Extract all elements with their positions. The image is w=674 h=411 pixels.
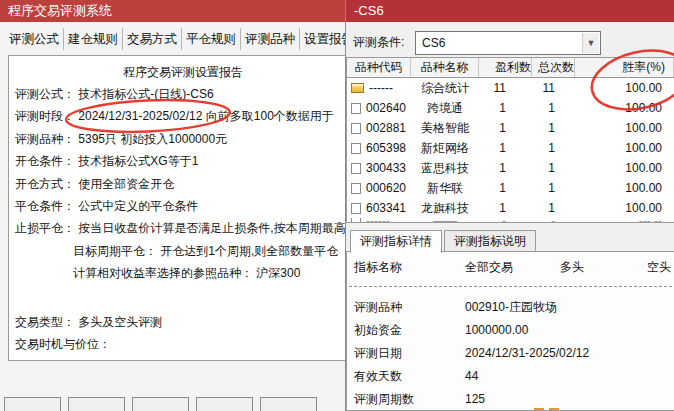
report-line-stoploss: 止损平仓： 按当日收盘价计算是否满足止损条件,按本周期最高价 bbox=[9, 217, 369, 239]
cell-total: 1 bbox=[532, 198, 575, 218]
detail-row-symbol: 评测品种 002910-庄园牧场 bbox=[347, 296, 674, 319]
cell-code: 002640 bbox=[366, 98, 406, 118]
bottom-button-3[interactable] bbox=[132, 397, 189, 411]
cell-code: 300433 bbox=[366, 158, 406, 178]
cell-total: 1 bbox=[532, 98, 575, 118]
cell-profit: 1 bbox=[479, 158, 532, 178]
stock-page-icon bbox=[351, 143, 361, 154]
cell-profit: 1 bbox=[479, 198, 532, 218]
tab-eval-formula[interactable]: 评测公式 bbox=[5, 28, 64, 50]
left-window-title: 程序交易评测系统 bbox=[8, 3, 112, 18]
col-header-code[interactable]: 品种代码 bbox=[347, 58, 411, 77]
left-window: 程序交易评测系统 评测公式 建仓规则 交易方式 平仓规则 评测品种 设置报告 程… bbox=[0, 0, 348, 411]
cell-total: 1 bbox=[532, 158, 575, 178]
col-header-winrate[interactable]: 胜率(%) bbox=[575, 58, 674, 77]
bottom-button-row bbox=[4, 397, 317, 411]
tab-eval-symbols[interactable]: 评测品种 bbox=[241, 28, 300, 50]
table-row-002881[interactable]: 002881 美格智能 1 1 100.00 bbox=[347, 118, 674, 138]
detail-col-indicator: 指标名称 bbox=[354, 259, 465, 275]
report-title: 程序交易评测设置报告 bbox=[9, 61, 357, 83]
cell-code: ------ bbox=[369, 78, 393, 98]
cell-winrate: 100.00 bbox=[575, 138, 674, 158]
dashed-divider bbox=[349, 286, 672, 287]
cell-name: 新华联 bbox=[411, 178, 479, 198]
cell-name: 新炬网络 bbox=[411, 138, 479, 158]
cell-winrate: 100.00 bbox=[575, 98, 674, 118]
cell-profit: 11 bbox=[479, 78, 532, 98]
table-row-605398[interactable]: 605398 新炬网络 1 1 100.00 bbox=[347, 138, 674, 158]
condition-value: CS6 bbox=[416, 36, 445, 50]
cell-profit: 1 bbox=[479, 138, 532, 158]
cell-winrate: 100.00 bbox=[575, 118, 674, 138]
report-line-symbols: 评测品种： 5395只 初始投入1000000元 bbox=[9, 128, 369, 150]
table-header-row: 品种代码 品种名称 盈利数 总次数 胜率(%) bbox=[347, 58, 674, 78]
detail-col-all: 全部交易 bbox=[465, 259, 560, 275]
cell-name: 跨境通 bbox=[411, 98, 479, 118]
right-window-titlebar[interactable]: -CS6 bbox=[346, 0, 674, 22]
condition-combobox[interactable]: CS6 ▼ bbox=[415, 31, 601, 55]
stock-page-icon bbox=[351, 163, 361, 174]
cell-code: 603341 bbox=[366, 198, 406, 218]
report-line-open-mode: 开仓方式： 使用全部资金开仓 bbox=[9, 173, 369, 195]
detail-row-valid-days: 有效天数 44 bbox=[347, 365, 674, 388]
right-window: -CS6 评测条件: CS6 ▼ 品种代码 品种名称 盈利数 总次数 胜率(%)… bbox=[345, 0, 674, 411]
cell-winrate: 100.00 bbox=[575, 158, 674, 178]
report-line-formula: 评测公式： 技术指标公式-(日线)-CS6 bbox=[9, 83, 369, 105]
cell-winrate: 100.00 bbox=[575, 198, 674, 218]
detail-col-long: 多头 bbox=[560, 259, 647, 275]
detail-rows: 评测品种 002910-庄园牧场 初始资金 1000000.00 评测日期 20… bbox=[347, 296, 674, 411]
tab-indicator-details[interactable]: 评测指标详情 bbox=[350, 230, 442, 253]
detail-tab-bar: 评测指标详情 评测指标说明 bbox=[350, 230, 538, 252]
stock-page-icon bbox=[351, 203, 361, 214]
bottom-button-1[interactable] bbox=[4, 397, 61, 411]
table-row-clipped[interactable]: ------ —— - - ---.-- bbox=[347, 218, 674, 223]
detail-panel: 指标名称 全部交易 多头 空头 评测品种 002910-庄园牧场 初始资金 10… bbox=[346, 251, 674, 411]
detail-col-short: 空头 bbox=[647, 259, 674, 275]
report-line-benchmark: 计算相对收益率选择的参照品种： 沪深300 bbox=[9, 262, 369, 284]
table-row-603341[interactable]: 603341 龙旗科技 1 1 100.00 bbox=[347, 198, 674, 218]
table-row-300433[interactable]: 300433 蓝思科技 1 1 100.00 bbox=[347, 158, 674, 178]
detail-header-row: 指标名称 全部交易 多头 空头 bbox=[347, 259, 674, 275]
stock-page-icon bbox=[351, 218, 361, 223]
right-window-title: -CS6 bbox=[354, 3, 384, 18]
bottom-button-2[interactable] bbox=[68, 397, 125, 411]
col-header-name[interactable]: 品种名称 bbox=[411, 58, 479, 77]
bottom-button-5[interactable] bbox=[260, 397, 317, 411]
cell-name: 龙旗科技 bbox=[411, 198, 479, 218]
table-row-summary[interactable]: ------ 综合统计 11 11 100.00 bbox=[347, 78, 674, 98]
stock-page-icon bbox=[351, 123, 361, 134]
table-row-002640[interactable]: 002640 跨境通 1 1 100.00 bbox=[347, 98, 674, 118]
cell-code: 605398 bbox=[366, 138, 406, 158]
left-tab-bar: 评测公式 建仓规则 交易方式 平仓规则 评测品种 设置报告 bbox=[5, 28, 358, 50]
table-row-000620[interactable]: 000620 新华联 1 1 100.00 bbox=[347, 178, 674, 198]
condition-row: 评测条件: CS6 ▼ bbox=[353, 31, 404, 55]
cell-winrate: 100.00 bbox=[575, 178, 674, 198]
stock-page-icon bbox=[351, 183, 361, 194]
col-header-profit[interactable]: 盈利数 bbox=[479, 58, 532, 77]
tab-indicator-explanation[interactable]: 评测指标说明 bbox=[444, 230, 536, 252]
left-window-titlebar[interactable]: 程序交易评测系统 bbox=[0, 0, 348, 22]
cell-total: 1 bbox=[532, 178, 575, 198]
cell-name: 综合统计 bbox=[411, 78, 479, 98]
cell-total: 1 bbox=[532, 118, 575, 138]
cell-code: 000620 bbox=[366, 178, 406, 198]
report-panel: 程序交易评测设置报告 评测公式： 技术指标公式-(日线)-CS6 评测时段： 2… bbox=[8, 55, 370, 361]
col-header-total[interactable]: 总次数 bbox=[532, 58, 575, 77]
bottom-button-4[interactable] bbox=[196, 397, 253, 411]
detail-row-dates: 评测日期 2024/12/31-2025/02/12 bbox=[347, 342, 674, 365]
chevron-down-icon[interactable]: ▼ bbox=[582, 33, 599, 53]
cell-profit: 1 bbox=[479, 118, 532, 138]
detail-row-capital: 初始资金 1000000.00 bbox=[347, 319, 674, 342]
tab-open-rules[interactable]: 建仓规则 bbox=[64, 28, 123, 50]
condition-label: 评测条件: bbox=[353, 35, 404, 49]
report-line-target-close: 目标周期平仓： 开仓达到1个周期,则全部数量平仓 bbox=[9, 240, 369, 262]
cell-code: 002881 bbox=[366, 118, 406, 138]
cell-name: 美格智能 bbox=[411, 118, 479, 138]
report-line-close-cond: 平仓条件： 公式中定义的平仓条件 bbox=[9, 195, 369, 217]
tab-close-rules[interactable]: 平仓规则 bbox=[182, 28, 241, 50]
summary-folder-icon bbox=[351, 83, 364, 93]
detail-row-periods: 评测周期数 125 bbox=[347, 388, 674, 411]
report-line-open-cond: 开仓条件： 技术指标公式XG等于1 bbox=[9, 150, 369, 172]
cell-total: 1 bbox=[532, 138, 575, 158]
tab-trade-mode[interactable]: 交易方式 bbox=[123, 28, 182, 50]
